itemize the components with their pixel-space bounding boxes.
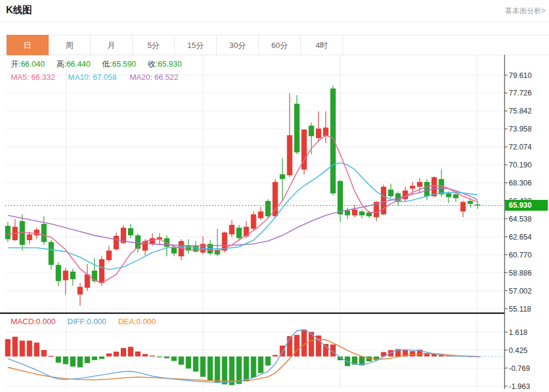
macd-bar bbox=[5, 339, 11, 357]
macd-bar bbox=[121, 348, 126, 357]
macd-bar bbox=[214, 357, 220, 383]
ohlc-high-label: 高: bbox=[56, 59, 67, 68]
ohlc-low-label: 低: bbox=[102, 59, 112, 68]
macd-bar bbox=[157, 357, 162, 357]
macd-bar bbox=[410, 351, 415, 357]
macd-bar bbox=[85, 357, 90, 363]
macd-bar bbox=[135, 352, 141, 357]
price-axis: 79.61077.72675.84273.95872.07470.19068.3… bbox=[505, 71, 532, 391]
candle-body bbox=[345, 211, 350, 216]
svg-text:70.190: 70.190 bbox=[509, 161, 532, 169]
macd-bar bbox=[99, 357, 105, 359]
svg-text:73.958: 73.958 bbox=[509, 125, 532, 133]
ohlc-open-value: 66.040 bbox=[21, 59, 45, 68]
candle-body bbox=[287, 135, 293, 175]
macd-bar bbox=[186, 357, 191, 369]
candle-body bbox=[446, 193, 451, 197]
macd-bar bbox=[27, 340, 32, 356]
candle-body bbox=[27, 234, 32, 240]
svg-text:77.726: 77.726 bbox=[509, 89, 532, 97]
candle-body bbox=[410, 185, 415, 188]
candle-body bbox=[150, 238, 155, 244]
macd-value-readout: MACD:0.000 bbox=[11, 317, 55, 326]
candle-body bbox=[467, 201, 473, 204]
ma5-line bbox=[8, 135, 478, 283]
candle-body bbox=[77, 287, 83, 295]
macd-bar bbox=[13, 337, 18, 357]
candle-body bbox=[294, 104, 300, 152]
dea-value-readout: DEA:0.000 bbox=[118, 317, 156, 326]
candle-body bbox=[49, 242, 54, 265]
candle-body bbox=[359, 211, 365, 215]
svg-text:55.118: 55.118 bbox=[509, 305, 531, 313]
svg-text:-0.769: -0.769 bbox=[509, 364, 530, 373]
macd-bar bbox=[323, 344, 329, 357]
macd-bar bbox=[164, 357, 169, 358]
macd-bar bbox=[207, 357, 213, 381]
candle-body bbox=[338, 181, 343, 214]
svg-text:68.306: 68.306 bbox=[509, 179, 532, 187]
candle-body bbox=[99, 259, 105, 283]
svg-text:57.002: 57.002 bbox=[509, 287, 532, 295]
diff-value-readout: DIFF:0.000 bbox=[67, 317, 106, 326]
ma10-readout: MA10: 67.058 bbox=[68, 73, 117, 82]
candle-body bbox=[309, 125, 314, 136]
candle-body bbox=[229, 225, 234, 235]
ohlc-high-value: 66.440 bbox=[67, 59, 91, 68]
ma-readout: MA5: 66.332 MA10: 67.058 MA20: 66.522 bbox=[11, 73, 189, 82]
candle-body bbox=[258, 211, 264, 218]
candle-body bbox=[453, 194, 458, 198]
macd-bar bbox=[193, 357, 198, 372]
svg-text:62.654: 62.654 bbox=[509, 233, 532, 241]
candle-body bbox=[128, 228, 133, 235]
candle-body bbox=[114, 236, 119, 249]
candle-body bbox=[330, 88, 336, 193]
candle-body bbox=[56, 265, 61, 281]
svg-text:75.842: 75.842 bbox=[509, 107, 532, 115]
macd-bar bbox=[171, 357, 177, 361]
macd-bar bbox=[222, 357, 227, 385]
svg-text:64.538: 64.538 bbox=[509, 215, 532, 223]
macd-bar bbox=[142, 354, 148, 357]
candle-body bbox=[316, 128, 321, 138]
macd-readout: MACD:0.000 DIFF:0.000 DEA:0.000 bbox=[11, 317, 166, 326]
svg-text:72.074: 72.074 bbox=[509, 143, 532, 151]
candle-body bbox=[460, 202, 466, 211]
macd-bar bbox=[273, 355, 278, 357]
svg-text:1.618: 1.618 bbox=[509, 328, 527, 337]
ohlc-close-label: 收: bbox=[148, 59, 158, 68]
svg-text:58.886: 58.886 bbox=[509, 269, 532, 277]
current-price-badge: 65.930 bbox=[505, 200, 548, 211]
macd-bar bbox=[56, 357, 61, 363]
macd-bar bbox=[251, 357, 256, 378]
macd-bar bbox=[106, 354, 112, 357]
macd-bar bbox=[258, 357, 264, 373]
candle-body bbox=[381, 187, 386, 214]
candle-body bbox=[63, 271, 68, 280]
macd-bar bbox=[265, 357, 271, 366]
candle-body bbox=[106, 250, 112, 260]
macd-bar bbox=[114, 352, 119, 357]
candle-body bbox=[70, 271, 76, 279]
candle-body bbox=[265, 201, 271, 216]
macd-bar bbox=[34, 343, 40, 357]
candle-body bbox=[280, 174, 285, 179]
candle-body bbox=[352, 210, 357, 216]
svg-text:-1.963: -1.963 bbox=[509, 382, 530, 391]
candle-body bbox=[251, 214, 256, 229]
svg-text:60.770: 60.770 bbox=[509, 251, 532, 259]
macd-bar bbox=[63, 357, 68, 364]
candle-body bbox=[5, 226, 11, 239]
ma5-readout: MA5: 66.332 bbox=[11, 73, 55, 82]
svg-text:79.610: 79.610 bbox=[509, 71, 532, 80]
candle-body bbox=[171, 248, 177, 254]
kline-widget: K线图 基本面分析> 日周月5分15分30分60分4时 79.61077.726… bbox=[0, 0, 549, 392]
candle-body bbox=[193, 246, 198, 252]
candle-body bbox=[388, 190, 393, 196]
candle-body bbox=[236, 228, 241, 238]
ohlc-open-label: 开: bbox=[11, 59, 21, 68]
candle-body bbox=[366, 213, 372, 216]
macd-bar bbox=[200, 357, 205, 377]
macd-bar bbox=[77, 357, 83, 367]
candle-body bbox=[41, 224, 47, 242]
